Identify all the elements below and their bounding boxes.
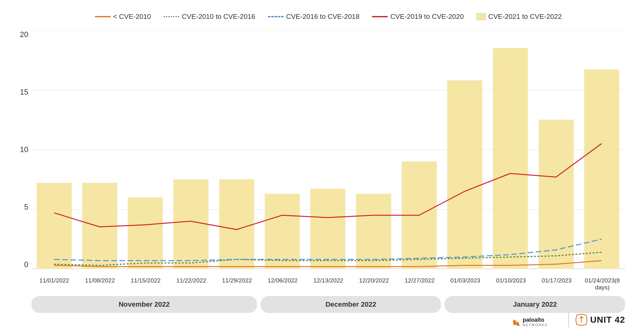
legend-green-line: [164, 16, 179, 17]
paloalto-logo: paloalto NETWORKS: [512, 313, 562, 327]
legend-red-line: [372, 16, 388, 17]
x-label-0: 11/01/2022: [31, 277, 77, 291]
y-label-5: 5: [6, 203, 28, 211]
branding: paloalto NETWORKS UNIT 42: [512, 312, 625, 328]
period-dec-label: December 2022: [325, 300, 376, 308]
svg-rect-11: [310, 189, 345, 269]
x-label-9: 01/03/2023: [442, 277, 488, 291]
chart-legend: < CVE-2010 CVE-2010 to CVE-2016 CVE-2016…: [31, 13, 625, 21]
y-label-10: 10: [6, 145, 28, 154]
y-label-15: 15: [6, 88, 28, 96]
svg-rect-7: [128, 197, 163, 269]
svg-rect-14: [447, 80, 482, 269]
svg-rect-9: [219, 179, 254, 269]
legend-green-label: CVE-2010 to CVE-2016: [182, 13, 255, 21]
legend-blue: CVE-2016 to CVE-2018: [268, 13, 360, 21]
period-labels: November 2022 December 2022 January 2022: [31, 296, 625, 313]
svg-rect-17: [584, 69, 619, 269]
legend-yellow-box: [476, 13, 486, 20]
legend-red: CVE-2019 to CVE-2020: [372, 13, 464, 21]
svg-rect-10: [265, 194, 300, 269]
y-label-20: 20: [6, 30, 28, 39]
legend-orange-line: [95, 16, 111, 17]
x-axis-labels: 11/01/2022 11/08/2022 11/15/2022 11/22/2…: [31, 277, 625, 291]
period-dec: December 2022: [261, 296, 441, 313]
legend-red-label: CVE-2019 to CVE-2020: [390, 13, 464, 21]
chart-area: 20 15 10 5 0: [31, 30, 625, 269]
svg-rect-5: [37, 183, 72, 269]
x-label-6: 12/13/2022: [305, 277, 351, 291]
x-label-11: 01/17/2023: [534, 277, 580, 291]
x-label-8: 12/27/2022: [397, 277, 442, 291]
svg-rect-15: [493, 48, 528, 269]
x-label-1: 11/08/2022: [77, 277, 123, 291]
chart-svg: [31, 30, 625, 269]
x-label-7: 12/20/2022: [351, 277, 397, 291]
legend-orange-label: < CVE-2010: [113, 13, 151, 21]
svg-rect-8: [174, 179, 208, 269]
period-jan: January 2022: [445, 296, 625, 313]
x-label-5: 12/06/2022: [260, 277, 305, 291]
unit42-text: UNIT 42: [590, 315, 625, 325]
x-label-3: 11/22/2022: [169, 277, 214, 291]
legend-green: CVE-2010 to CVE-2016: [164, 13, 255, 21]
x-label-10: 01/10/2023: [488, 277, 534, 291]
period-nov-label: November 2022: [119, 300, 170, 308]
x-label-2: 11/15/2022: [123, 277, 168, 291]
svg-rect-12: [356, 194, 391, 269]
x-label-12: 01/24/2023(8 days): [580, 277, 625, 291]
chart-container: < CVE-2010 CVE-2010 to CVE-2016 CVE-2016…: [0, 0, 644, 334]
legend-blue-line: [268, 16, 284, 17]
period-nov: November 2022: [31, 296, 257, 313]
svg-text:NETWORKS: NETWORKS: [523, 323, 548, 327]
x-label-4: 11/29/2022: [214, 277, 260, 291]
y-label-0: 0: [6, 260, 28, 269]
legend-orange: < CVE-2010: [95, 13, 151, 21]
legend-yellow-label: CVE-2021 to CVE-2022: [488, 13, 562, 21]
unit42-icon: [575, 314, 588, 326]
paloalto-svg: paloalto NETWORKS: [512, 313, 562, 327]
svg-text:paloalto: paloalto: [523, 317, 544, 323]
brand-divider: [568, 312, 569, 328]
y-axis-labels: 20 15 10 5 0: [6, 30, 28, 269]
legend-blue-label: CVE-2016 to CVE-2018: [286, 13, 360, 21]
unit42-logo: UNIT 42: [575, 314, 625, 326]
legend-yellow: CVE-2021 to CVE-2022: [476, 13, 562, 21]
period-jan-label: January 2022: [513, 300, 557, 308]
